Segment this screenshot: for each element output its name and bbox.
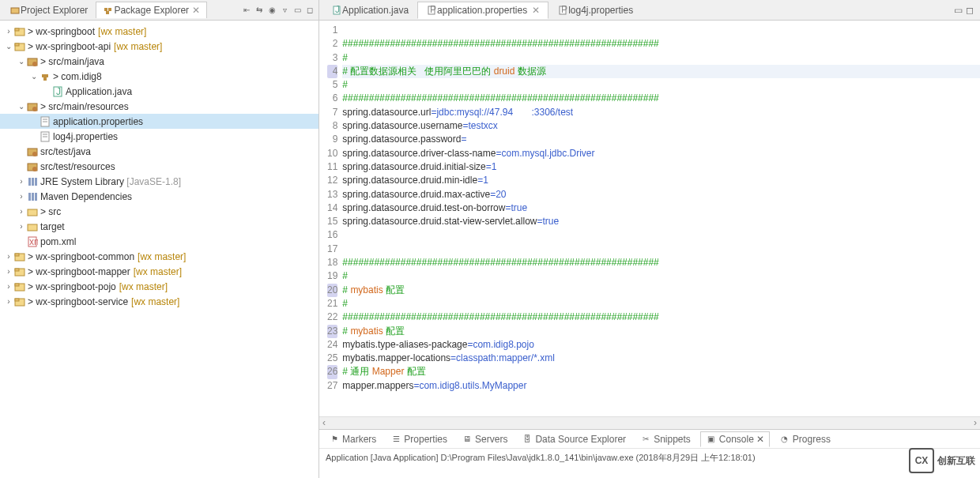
tree-node[interactable]: › JRE System Library [JavaSE-1.8] bbox=[0, 174, 318, 189]
expand-arrow-icon[interactable]: › bbox=[16, 177, 27, 186]
close-icon[interactable]: ✕ bbox=[532, 5, 540, 16]
tree-item-label: > src bbox=[40, 206, 61, 217]
line-number: 12 bbox=[327, 174, 337, 187]
expand-arrow-icon[interactable]: › bbox=[3, 252, 14, 261]
code-line[interactable]: # bbox=[342, 269, 980, 283]
package-tree[interactable]: › > wx-springboot[wx master] ⌄ > wx-spri… bbox=[0, 21, 318, 478]
editor-tab-application-java[interactable]: J Application.java bbox=[322, 2, 417, 19]
tab-snippets[interactable]: ✂Snippets bbox=[635, 432, 695, 446]
code-line[interactable]: # bbox=[342, 78, 980, 92]
code-line[interactable]: # bbox=[342, 297, 980, 311]
focus-icon[interactable]: ◉ bbox=[266, 5, 277, 16]
code-line[interactable]: spring.datasource.url=jdbc:mysql://47.94… bbox=[342, 106, 980, 119]
expand-arrow-icon[interactable]: ⌄ bbox=[3, 42, 14, 51]
expand-arrow-icon[interactable]: ⌄ bbox=[16, 57, 27, 66]
code-line[interactable]: spring.datasource.driver-class-name=com.… bbox=[342, 147, 980, 160]
code-line[interactable]: mybatis.mapper-locations=classpath:mappe… bbox=[342, 352, 980, 365]
expand-arrow-icon[interactable]: › bbox=[3, 27, 14, 36]
tab-console[interactable]: ▣Console✕ bbox=[700, 431, 770, 447]
code-line[interactable]: spring.datasource.password= bbox=[342, 133, 980, 146]
tree-node[interactable]: › Maven Dependencies bbox=[0, 189, 318, 204]
tree-node[interactable]: › > wx-springboot[wx master] bbox=[0, 24, 318, 39]
code-line[interactable]: spring.datasource.druid.stat-view-servle… bbox=[342, 215, 980, 228]
tree-node[interactable]: xml pom.xml bbox=[0, 234, 318, 249]
maximize-icon[interactable]: ◻ bbox=[304, 5, 315, 16]
tree-node[interactable]: log4j.properties bbox=[0, 129, 318, 144]
code-line[interactable]: ########################################… bbox=[342, 256, 980, 269]
code-line[interactable] bbox=[342, 228, 980, 242]
expand-arrow-icon[interactable]: › bbox=[3, 297, 14, 306]
expand-arrow-icon[interactable]: › bbox=[3, 267, 14, 276]
tree-node[interactable]: › > wx-springboot-common[wx master] bbox=[0, 249, 318, 264]
code-line[interactable]: spring.datasource.druid.max-active=20 bbox=[342, 188, 980, 201]
tree-node[interactable]: ⌄ > wx-springboot-api[wx master] bbox=[0, 39, 318, 54]
view-menu-icon[interactable]: ▿ bbox=[279, 5, 290, 16]
tree-node[interactable]: application.properties bbox=[0, 114, 318, 129]
tree-node[interactable]: › > wx-springboot-pojo[wx master] bbox=[0, 279, 318, 294]
tree-node[interactable]: src/test/resources bbox=[0, 159, 318, 174]
minimize-icon[interactable]: ▭ bbox=[954, 5, 963, 16]
close-icon[interactable]: ✕ bbox=[192, 5, 200, 16]
dse-icon: 🗄 bbox=[522, 434, 533, 445]
tree-node[interactable]: › > wx-springboot-service[wx master] bbox=[0, 294, 318, 309]
svg-text:xml: xml bbox=[29, 236, 38, 247]
editor-tab-log4j-properties[interactable]: P log4j.properties bbox=[548, 2, 642, 19]
tab-package-explorer[interactable]: Package Explorer ✕ bbox=[96, 2, 207, 18]
expand-arrow-icon[interactable]: ⌄ bbox=[28, 72, 40, 81]
properties-icon: ☰ bbox=[390, 434, 401, 445]
editor-tab-application-properties[interactable]: P application.properties ✕ bbox=[417, 2, 548, 19]
expand-arrow-icon[interactable]: ⌄ bbox=[16, 102, 27, 111]
tree-item-icon bbox=[40, 131, 51, 142]
code-line[interactable]: spring.datasource.username=testxcx bbox=[342, 119, 980, 133]
tree-node[interactable]: src/test/java bbox=[0, 144, 318, 159]
expand-arrow-icon[interactable]: › bbox=[16, 222, 27, 231]
close-icon[interactable]: ✕ bbox=[756, 434, 764, 445]
editor-body[interactable]: 1234567891011121314151617181920212223242… bbox=[319, 21, 980, 416]
tab-properties[interactable]: ☰Properties bbox=[386, 432, 452, 446]
svg-point-9 bbox=[32, 62, 37, 66]
svg-rect-28 bbox=[32, 178, 34, 186]
tab-project-explorer[interactable]: Project Explorer bbox=[3, 2, 94, 18]
tab-markers[interactable]: ⚑Markers bbox=[324, 432, 381, 446]
code-line[interactable]: ########################################… bbox=[342, 92, 980, 105]
code-line[interactable]: ########################################… bbox=[342, 311, 980, 324]
code-line[interactable] bbox=[342, 24, 980, 37]
tab-servers[interactable]: 🖥Servers bbox=[457, 432, 512, 446]
tree-node[interactable]: ⌄ > src/main/java bbox=[0, 54, 318, 69]
code-content[interactable]: ########################################… bbox=[342, 21, 980, 416]
tab-data-source-explorer[interactable]: 🗄Data Source Explorer bbox=[517, 432, 631, 446]
collapse-all-icon[interactable]: ⇤ bbox=[241, 5, 252, 16]
minimize-icon[interactable]: ▭ bbox=[292, 5, 303, 16]
expand-arrow-icon[interactable]: › bbox=[16, 207, 27, 216]
code-line[interactable]: spring.datasource.druid.initial-size=1 bbox=[342, 160, 980, 174]
tree-item-icon bbox=[14, 266, 25, 277]
svg-rect-30 bbox=[28, 193, 31, 201]
code-line[interactable]: mybatis.type-aliases-package=com.idig8.p… bbox=[342, 338, 980, 352]
tab-progress[interactable]: ◔Progress bbox=[775, 432, 835, 446]
svg-rect-2 bbox=[108, 8, 111, 11]
code-line[interactable] bbox=[342, 243, 980, 256]
code-line[interactable]: ########################################… bbox=[342, 37, 980, 51]
expand-arrow-icon[interactable]: › bbox=[3, 282, 14, 291]
tree-node[interactable]: › > src bbox=[0, 204, 318, 219]
code-line[interactable]: # mybatis 配置 bbox=[342, 284, 980, 297]
code-line[interactable]: # mybatis 配置 bbox=[342, 325, 980, 338]
maximize-icon[interactable]: ◻ bbox=[966, 5, 974, 16]
link-editor-icon[interactable]: ⇆ bbox=[254, 5, 265, 16]
horizontal-scrollbar[interactable] bbox=[319, 416, 980, 429]
tree-node[interactable]: ⌄ > com.idig8 bbox=[0, 69, 318, 84]
code-line[interactable]: # 通用 Mapper 配置 bbox=[342, 365, 980, 378]
tree-node[interactable]: › > wx-springboot-mapper[wx master] bbox=[0, 264, 318, 279]
code-line[interactable]: # bbox=[342, 51, 980, 65]
tab-label: Properties bbox=[404, 434, 447, 445]
line-number: 15 bbox=[327, 215, 337, 228]
code-line[interactable]: mapper.mappers=com.idig8.utils.MyMapper bbox=[342, 379, 980, 393]
code-line[interactable]: spring.datasource.druid.test-on-borrow=t… bbox=[342, 201, 980, 215]
expand-arrow-icon[interactable]: › bbox=[16, 192, 27, 201]
code-line[interactable]: # 配置数据源相关 使用阿里巴巴的 druid 数据源 bbox=[342, 65, 980, 78]
tree-item-icon bbox=[14, 251, 25, 262]
tree-node[interactable]: › target bbox=[0, 219, 318, 234]
tree-node[interactable]: J Application.java bbox=[0, 84, 318, 99]
tree-node[interactable]: ⌄ > src/main/resources bbox=[0, 99, 318, 114]
code-line[interactable]: spring.datasource.druid.min-idle=1 bbox=[342, 174, 980, 187]
